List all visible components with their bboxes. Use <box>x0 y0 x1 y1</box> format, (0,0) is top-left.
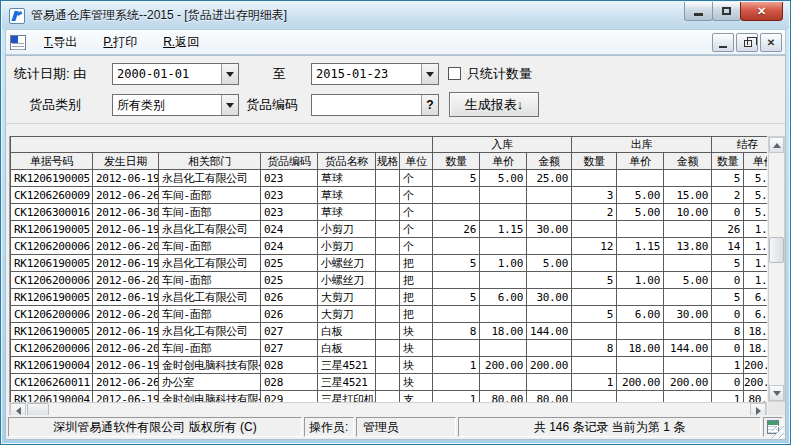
cell <box>376 170 400 187</box>
cell: 永昌化工有限公司 <box>159 255 261 272</box>
qty-only-label[interactable]: 只统计数量 <box>467 63 532 85</box>
table-row[interactable]: CK12062600112012-06-26办公室028三星4521块1200.… <box>11 374 768 391</box>
cell <box>572 289 617 306</box>
cell: 027 <box>261 323 318 340</box>
cell: 5 <box>572 272 617 289</box>
category-dropdown-button[interactable] <box>221 95 238 115</box>
table-row[interactable]: RK12061900052012-06-19永昌化工有限公司027白板块818.… <box>11 323 768 340</box>
cell <box>617 391 664 403</box>
cell: 2012-06-19 <box>93 255 159 272</box>
date-from-combobox[interactable]: 2000-01-01 <box>112 63 239 85</box>
table-row[interactable]: CK12063000162012-06-30车间-面部023草球个25.0010… <box>11 204 768 221</box>
cell: 支 <box>400 391 433 403</box>
table-row[interactable]: CK12062000062012-06-20车间-面部027白板块818.001… <box>11 340 768 357</box>
cell: 028 <box>261 374 318 391</box>
cell: 80.00 <box>744 391 767 403</box>
cell <box>376 306 400 323</box>
date-to-dropdown-button[interactable] <box>421 64 438 84</box>
cell: 5 <box>433 289 480 306</box>
cell <box>617 357 664 374</box>
cell: 大剪刀 <box>318 289 376 306</box>
mdi-restore-button[interactable] <box>736 33 758 52</box>
cell: 6.00 <box>744 306 767 323</box>
cell: 023 <box>261 204 318 221</box>
table-row[interactable]: CK12062000062012-06-20车间-面部026大剪刀把56.003… <box>11 306 768 323</box>
category-combobox[interactable]: 所有类别 <box>112 94 239 116</box>
cell: CK1206260009 <box>11 187 93 204</box>
cell <box>376 374 400 391</box>
menu-print[interactable]: P.打印 <box>95 31 145 54</box>
table-row[interactable]: RK12061900042012-06-19金时创电脑科技有限公司029三星打印… <box>11 391 768 403</box>
scroll-up-button[interactable] <box>769 137 784 153</box>
app-icon <box>9 8 25 24</box>
report-window-icon[interactable] <box>10 35 26 50</box>
cell: 8 <box>712 323 744 340</box>
cell <box>376 340 400 357</box>
table-row[interactable]: RK12061900052012-06-19永昌化工有限公司025小螺丝刀把51… <box>11 255 768 272</box>
resize-grip[interactable] <box>772 426 784 438</box>
table-row[interactable]: CK12062000062012-06-20车间-面部024小剪刀个121.15… <box>11 238 768 255</box>
date-to-combobox[interactable]: 2015-01-23 <box>311 63 439 85</box>
cell: 把 <box>400 255 433 272</box>
cell <box>572 221 617 238</box>
code-lookup-button[interactable]: ? <box>421 95 438 115</box>
menu-export[interactable]: T.导出 <box>36 31 85 54</box>
window-title: 管易通仓库管理系统--2015 - [货品进出存明细表] <box>31 7 287 24</box>
cell <box>664 357 712 374</box>
column-header: 数量 <box>712 153 744 170</box>
qty-only-checkbox[interactable] <box>448 67 461 80</box>
date-from-dropdown-button[interactable] <box>221 64 238 84</box>
cell <box>572 323 617 340</box>
cell: 26 <box>712 221 744 238</box>
vertical-scroll-thumb[interactable] <box>769 237 784 263</box>
close-button[interactable]: ✕ <box>740 2 783 21</box>
cell: 5 <box>433 255 480 272</box>
mdi-minimize-button[interactable] <box>712 33 734 52</box>
cell <box>617 255 664 272</box>
cell: 三星4521 <box>318 357 376 374</box>
cell: 5 <box>712 255 744 272</box>
cell: RK1206190005 <box>11 170 93 187</box>
titlebar[interactable]: 管易通仓库管理系统--2015 - [货品进出存明细表] ✕ <box>2 2 789 29</box>
cell <box>376 238 400 255</box>
grid-area: 入库出库结存 单据号码发生日期相关部门货品编码货品名称规格单位数量单价金额数量单… <box>6 124 785 415</box>
cell <box>376 187 400 204</box>
cell: 块 <box>400 323 433 340</box>
mdi-close-button[interactable]: ✕ <box>760 33 782 52</box>
cell: 6.00 <box>480 289 527 306</box>
cell <box>433 238 480 255</box>
scroll-down-button[interactable] <box>769 385 784 401</box>
cell: 5.00 <box>664 272 712 289</box>
table-row[interactable]: RK12061900052012-06-19永昌化工有限公司023草球个55.0… <box>11 170 768 187</box>
cell: 2012-06-19 <box>93 289 159 306</box>
cell: 8 <box>433 323 480 340</box>
cell: 小剪刀 <box>318 238 376 255</box>
cell <box>617 170 664 187</box>
cell: 永昌化工有限公司 <box>159 170 261 187</box>
table-row[interactable]: RK12061900052012-06-19永昌化工有限公司024小剪刀个261… <box>11 221 768 238</box>
cell: 2012-06-26 <box>93 187 159 204</box>
table-row[interactable]: CK12062600092012-06-26车间-面部023草球个35.0015… <box>11 187 768 204</box>
table-row[interactable]: RK12061900052012-06-19永昌化工有限公司026大剪刀把56.… <box>11 289 768 306</box>
cell: 80.00 <box>527 391 572 403</box>
cell: CK1206260011 <box>11 374 93 391</box>
minimize-button[interactable] <box>684 2 713 21</box>
cell: 块 <box>400 340 433 357</box>
column-header: 规格 <box>376 153 400 170</box>
table-row[interactable]: RK12061900042012-06-19金时创电脑科技有限公司028三星45… <box>11 357 768 374</box>
cell: 0 <box>712 272 744 289</box>
maximize-button[interactable] <box>712 2 741 21</box>
table-row[interactable]: CK12062000062012-06-20车间-面部025小螺丝刀把51.00… <box>11 272 768 289</box>
cell: 个 <box>400 170 433 187</box>
cell: 1.15 <box>744 238 767 255</box>
generate-report-button[interactable]: 生成报表↓ <box>449 92 539 117</box>
code-input[interactable]: ? <box>311 94 439 116</box>
cell <box>376 255 400 272</box>
cell: 2 <box>712 187 744 204</box>
column-header: 货品编码 <box>261 153 318 170</box>
cell: 车间-面部 <box>159 340 261 357</box>
column-header: 金额 <box>527 153 572 170</box>
chevron-down-icon <box>226 103 234 108</box>
menu-return[interactable]: R.返回 <box>155 31 207 54</box>
vertical-scrollbar[interactable] <box>768 136 785 402</box>
